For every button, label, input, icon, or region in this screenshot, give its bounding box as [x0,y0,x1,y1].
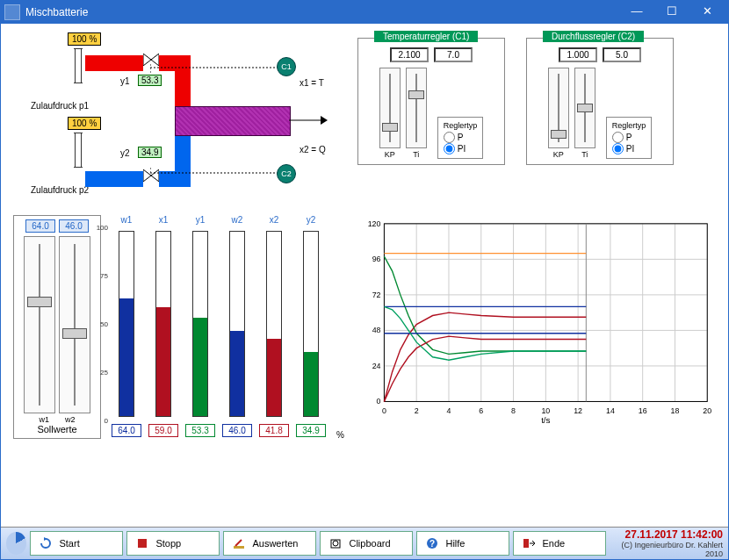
p1-percent-badge: 100 % [68,32,101,46]
c1-radio-pi[interactable]: PI [444,143,478,154]
svg-rect-48 [138,539,147,548]
svg-text:8: 8 [511,406,516,415]
close-button[interactable]: ✕ [689,4,725,21]
maximize-button[interactable]: ☐ [654,4,689,21]
svg-text:120: 120 [368,219,381,228]
bar-x1: x1 59.0 [147,215,180,437]
svg-text:48: 48 [372,326,381,334]
svg-marker-47 [44,537,47,541]
window-title: Mischbatterie [25,6,88,18]
sollwert-w1-slider[interactable] [24,236,55,413]
bar-x2: x2 41.8 [257,215,291,437]
hilfe-button[interactable]: ?Hilfe [416,531,509,556]
x1-eq-label: x1 = T [300,78,324,88]
svg-rect-54 [523,539,529,548]
svg-text:16: 16 [639,406,647,415]
c1-ti-value[interactable]: 7.0 [434,47,473,62]
c2-radio-p[interactable]: P [612,132,646,143]
sollwert-w2-slider[interactable] [59,236,90,413]
minimize-button[interactable]: — [619,4,654,21]
c2-kp-slider[interactable] [548,68,569,148]
c1-bubble: C1 [277,57,296,76]
p1-label: Zulaufdruck p1 [31,101,89,111]
copyright-label: (C) Ingenieurbüro Dr. Kahlert 2010 [613,541,723,558]
bar-w2: w2 46.0 [220,215,254,437]
sollwerte-title: Sollwerte [37,424,76,434]
svg-marker-5 [321,116,328,125]
svg-text:18: 18 [670,406,679,415]
svg-text:24: 24 [372,362,381,370]
svg-rect-49 [234,546,244,549]
y2-label: y2 [120,148,130,158]
p2-label: Zulaufdruck p2 [31,185,89,195]
c2-ti-slider[interactable] [574,68,595,148]
svg-text:6: 6 [479,406,483,415]
sollwerte-panel: 64.0 46.0 w1w2 Sollwerte [13,215,101,439]
control-lines [150,64,291,178]
sollwert-w2-value[interactable]: 46.0 [59,219,89,233]
c1-reglertyp-box: Reglertyp P PI [437,117,484,159]
bar-w1: w1 1007550250 64.0 [110,215,143,437]
svg-text:2: 2 [415,406,419,415]
app-window: Mischbatterie — ☐ ✕ 100 % Zulaufdruck p1… [0,0,729,560]
svg-text:?: ? [429,539,435,549]
x2-eq-label: x2 = Q [300,145,326,154]
bar-y2: y2 34.9 [294,215,328,437]
clipboard-button[interactable]: Clipboard [320,531,413,556]
svg-text:10: 10 [541,406,550,415]
c2-kp-value[interactable]: 1.000 [559,47,597,62]
controller-c2-panel: Durchflussregler (C2) 1.000 5.0 KP Ti [526,38,674,165]
p1-scale [75,48,82,83]
svg-text:72: 72 [372,291,381,299]
bar-y1: y1 53.3 [184,215,217,437]
svg-text:14: 14 [606,406,615,415]
sollwert-w1-value[interactable]: 64.0 [25,219,55,233]
c1-title: Temperaturregler (C1) [374,31,478,42]
svg-text:0: 0 [382,406,386,415]
svg-text:12: 12 [574,406,582,415]
titlebar[interactable]: Mischbatterie — ☐ ✕ [1,1,728,24]
c1-radio-p[interactable]: P [444,132,478,143]
svg-text:t/s: t/s [541,415,550,425]
p2-scale [75,133,82,168]
c2-ti-value[interactable]: 5.0 [603,47,641,62]
process-schematic: 100 % Zulaufdruck p1 100 % Zulaufdruck p… [13,32,338,208]
p2-percent-badge: 100 % [68,117,101,130]
bar-indicators: w1 1007550250 64.0x1 59.0y1 53.3w2 46.0x… [110,215,328,437]
c2-title: Durchflussregler (C2) [543,31,644,42]
c2-reglertyp-box: Reglertyp P PI [606,117,653,159]
svg-text:4: 4 [446,406,451,415]
stopp-button[interactable]: Stopp [126,531,220,556]
auswerten-button[interactable]: Auswerten [223,531,316,556]
footer-info: 27.11.2017 11:42:00 (C) Ingenieurbüro Dr… [613,528,723,558]
ende-button[interactable]: Ende [513,531,606,556]
controller-c1-panel: Temperaturregler (C1) 2.100 7.0 KP Ti [357,38,505,165]
datetime-display: 27.11.2017 11:42:00 [613,528,723,541]
c2-radio-pi[interactable]: PI [612,143,646,154]
app-icon [4,4,20,20]
svg-text:0: 0 [376,397,380,406]
svg-point-51 [333,541,338,546]
start-button[interactable]: Start [30,531,123,556]
c1-ti-slider[interactable] [406,68,427,148]
c2-bubble: C2 [277,164,296,183]
c1-kp-value[interactable]: 2.100 [390,47,429,62]
busy-icon [6,532,26,555]
svg-text:20: 20 [703,406,711,415]
y1-label: y1 [120,76,130,86]
svg-text:96: 96 [372,255,381,263]
c1-kp-slider[interactable] [379,68,401,148]
bottom-toolbar: Start Stopp Auswerten Clipboard ?Hilfe E… [1,527,728,559]
trend-plot: 02468101214161820024487296120t/s [353,215,716,427]
